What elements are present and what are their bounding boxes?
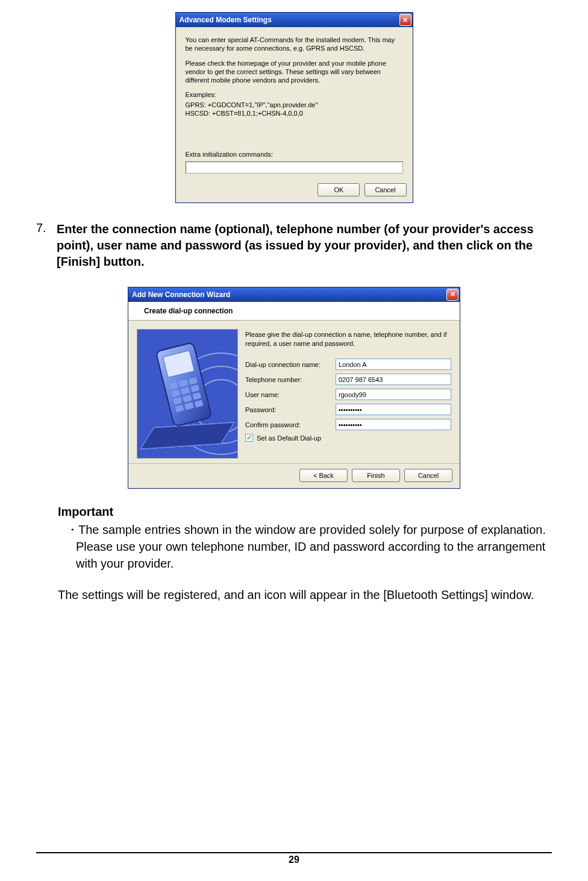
page-number: 29 bbox=[36, 852, 552, 865]
confirm-password-input[interactable] bbox=[336, 419, 451, 430]
dialog-title: Advanced Modem Settings bbox=[180, 16, 272, 24]
extra-init-input[interactable] bbox=[186, 161, 403, 174]
advanced-modem-settings-dialog: Advanced Modem Settings ✕ You can enter … bbox=[175, 12, 413, 203]
outro-text: The settings will be registered, and an … bbox=[58, 586, 552, 603]
dialog-text: Please check the homepage of your provid… bbox=[186, 59, 403, 85]
close-icon[interactable]: ✕ bbox=[399, 14, 411, 26]
cancel-button[interactable]: Cancel bbox=[404, 469, 452, 482]
dialog-title: Add New Connection Wizard bbox=[132, 290, 230, 299]
extra-init-label: Extra initialization commands: bbox=[186, 150, 403, 158]
back-button[interactable]: < Back bbox=[299, 469, 348, 482]
username-label: User name: bbox=[245, 391, 336, 398]
connection-name-label: Dial-up connection name: bbox=[245, 361, 336, 368]
connection-name-input[interactable] bbox=[336, 359, 451, 370]
wizard-header: Create dial-up connection bbox=[128, 302, 460, 321]
examples-label: Examples: bbox=[186, 90, 403, 99]
password-input[interactable] bbox=[336, 404, 451, 415]
example-line: GPRS: +CGDCONT=1,"IP","apn.provider.de" bbox=[186, 101, 403, 109]
finish-button[interactable]: Finish bbox=[352, 469, 400, 482]
dialog-titlebar: Add New Connection Wizard ✕ bbox=[128, 287, 460, 302]
close-icon[interactable]: ✕ bbox=[446, 289, 458, 301]
default-dialup-checkbox[interactable]: ✓ bbox=[245, 434, 253, 442]
cancel-button[interactable]: Cancel bbox=[364, 183, 407, 196]
important-heading: Important bbox=[58, 503, 552, 520]
password-label: Password: bbox=[245, 406, 336, 413]
ok-button[interactable]: OK bbox=[317, 183, 360, 196]
dialog-titlebar: Advanced Modem Settings ✕ bbox=[176, 13, 413, 27]
telephone-input[interactable] bbox=[336, 374, 451, 385]
confirm-password-label: Confirm password: bbox=[245, 421, 336, 428]
default-dialup-label: Set as Default Dial-up bbox=[257, 434, 321, 442]
username-input[interactable] bbox=[336, 389, 451, 400]
example-line: HSCSD: +CBST=81,0,1;+CHSN-4,0,0,0 bbox=[186, 109, 403, 118]
dialog-text: You can enter special AT-Commands for th… bbox=[186, 36, 403, 53]
wizard-illustration bbox=[137, 329, 238, 459]
wizard-heading: Create dial-up connection bbox=[144, 307, 452, 315]
step-7: 7. Enter the connection name (optional),… bbox=[36, 221, 552, 270]
add-new-connection-wizard-dialog: Add New Connection Wizard ✕ Create dial-… bbox=[128, 287, 460, 489]
step-text: Enter the connection name (optional), te… bbox=[57, 221, 552, 270]
important-bullet: ・The sample entries shown in the window … bbox=[58, 521, 552, 572]
step-number: 7. bbox=[36, 221, 57, 270]
telephone-label: Telephone number: bbox=[245, 376, 336, 383]
wizard-intro: Please give the dial-up connection a nam… bbox=[245, 330, 451, 348]
